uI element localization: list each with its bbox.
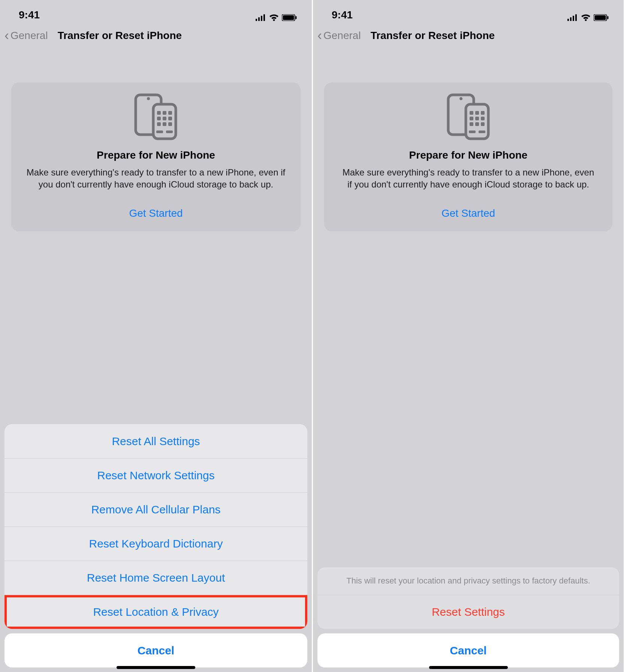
back-button[interactable]: ‹ General <box>4 29 48 42</box>
prepare-title: Prepare for New iPhone <box>20 149 292 161</box>
battery-icon <box>282 14 297 21</box>
svg-rect-25 <box>575 14 577 21</box>
svg-rect-24 <box>573 16 574 21</box>
home-indicator[interactable] <box>117 666 195 669</box>
nav-bar: ‹ General Transfer or Reset iPhone <box>313 22 624 49</box>
svg-rect-16 <box>168 117 172 120</box>
prepare-description: Make sure everything's ready to transfer… <box>333 166 603 191</box>
svg-rect-38 <box>481 117 485 120</box>
svg-rect-32 <box>466 104 488 139</box>
svg-rect-13 <box>168 111 172 115</box>
svg-rect-7 <box>296 16 297 19</box>
svg-rect-36 <box>470 117 473 120</box>
wifi-icon <box>581 14 591 21</box>
svg-rect-6 <box>283 15 294 20</box>
remove-all-cellular-plans-button[interactable]: Remove All Cellular Plans <box>4 492 307 526</box>
svg-rect-41 <box>481 122 485 126</box>
get-started-button[interactable]: Get Started <box>20 207 292 219</box>
chevron-left-icon: ‹ <box>317 29 323 42</box>
screenshot-left: 9:41 ‹ General Transfer or Reset iPhone <box>0 0 312 672</box>
svg-rect-17 <box>157 122 161 126</box>
nav-bar: ‹ General Transfer or Reset iPhone <box>0 22 312 49</box>
reset-all-settings-button[interactable]: Reset All Settings <box>4 424 307 458</box>
back-label: General <box>323 30 361 42</box>
prepare-description: Make sure everything's ready to transfer… <box>20 166 292 191</box>
status-icons <box>567 14 609 21</box>
status-time: 9:41 <box>332 9 567 21</box>
reset-settings-button[interactable]: Reset Settings <box>317 595 619 629</box>
svg-rect-43 <box>479 130 485 133</box>
confirm-action-sheet: This will reset your location and privac… <box>317 567 619 668</box>
cancel-button[interactable]: Cancel <box>317 633 619 668</box>
page-title: Transfer or Reset iPhone <box>58 30 182 42</box>
svg-rect-37 <box>475 117 479 120</box>
svg-rect-15 <box>163 117 166 120</box>
back-button[interactable]: ‹ General <box>317 29 361 42</box>
svg-rect-3 <box>263 14 265 21</box>
back-label: General <box>10 30 48 42</box>
status-time: 9:41 <box>19 9 256 21</box>
svg-rect-10 <box>153 104 176 139</box>
svg-rect-20 <box>156 130 163 133</box>
two-iphones-icon <box>333 93 603 141</box>
svg-rect-39 <box>470 122 473 126</box>
reset-action-sheet: Reset All Settings Reset Network Setting… <box>4 424 307 668</box>
svg-rect-14 <box>157 117 161 120</box>
svg-rect-11 <box>157 111 161 115</box>
svg-rect-2 <box>261 16 262 21</box>
cellular-icon <box>567 14 578 21</box>
svg-rect-28 <box>595 15 606 20</box>
svg-rect-18 <box>163 122 166 126</box>
two-iphones-icon <box>20 93 292 141</box>
battery-icon <box>594 14 609 21</box>
svg-rect-33 <box>470 111 473 115</box>
svg-rect-0 <box>256 19 257 21</box>
reset-home-screen-layout-button[interactable]: Reset Home Screen Layout <box>4 561 307 595</box>
prepare-title: Prepare for New iPhone <box>333 149 603 161</box>
svg-point-26 <box>585 19 587 21</box>
svg-rect-29 <box>608 16 609 19</box>
screenshot-right: 9:41 ‹ General Transfer or Reset iPhone <box>312 0 624 672</box>
chevron-left-icon: ‹ <box>4 29 10 42</box>
status-icons <box>256 14 297 21</box>
svg-rect-22 <box>567 19 569 21</box>
svg-rect-23 <box>570 17 572 21</box>
cellular-icon <box>256 14 266 21</box>
page-title: Transfer or Reset iPhone <box>371 30 495 42</box>
wifi-icon <box>269 14 279 21</box>
home-indicator[interactable] <box>429 666 508 669</box>
prepare-card: Prepare for New iPhone Make sure everyth… <box>11 82 301 231</box>
reset-location-privacy-button[interactable]: Reset Location & Privacy <box>4 595 307 629</box>
svg-point-4 <box>273 19 275 21</box>
get-started-button[interactable]: Get Started <box>333 207 603 219</box>
svg-point-31 <box>459 97 462 100</box>
svg-point-9 <box>147 97 150 100</box>
svg-rect-21 <box>166 130 173 133</box>
confirm-message: This will reset your location and privac… <box>317 567 619 595</box>
svg-rect-19 <box>168 122 172 126</box>
cancel-button[interactable]: Cancel <box>4 633 307 668</box>
svg-rect-40 <box>475 122 479 126</box>
svg-rect-1 <box>258 17 260 21</box>
reset-keyboard-dictionary-button[interactable]: Reset Keyboard Dictionary <box>4 526 307 561</box>
reset-network-settings-button[interactable]: Reset Network Settings <box>4 458 307 492</box>
prepare-card: Prepare for New iPhone Make sure everyth… <box>324 82 612 231</box>
svg-rect-12 <box>163 111 166 115</box>
status-bar: 9:41 <box>0 0 312 22</box>
status-bar: 9:41 <box>313 0 624 22</box>
svg-rect-35 <box>481 111 485 115</box>
svg-rect-34 <box>475 111 479 115</box>
svg-rect-42 <box>469 130 476 133</box>
